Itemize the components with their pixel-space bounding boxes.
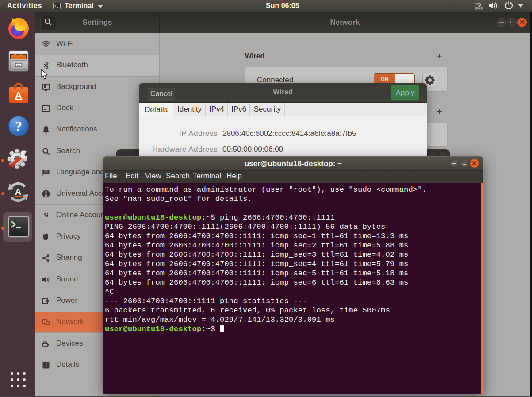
- svg-text:A: A: [15, 187, 21, 197]
- svg-text:?: ?: [15, 118, 22, 134]
